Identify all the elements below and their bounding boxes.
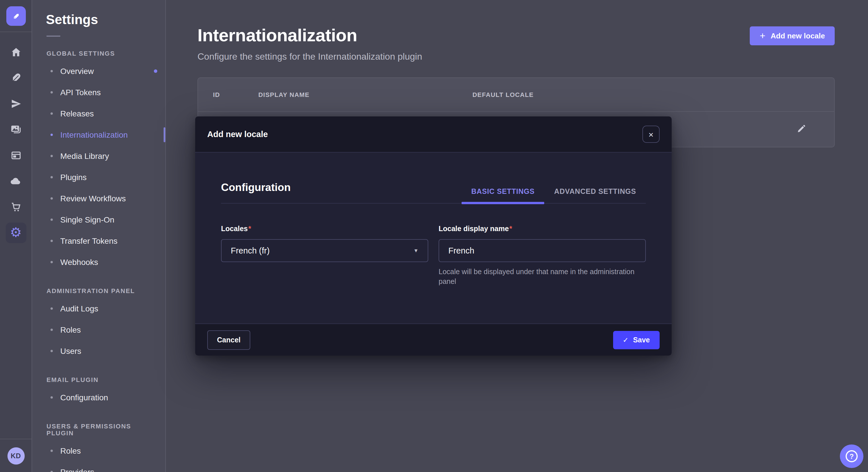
check-icon: ✓ (623, 336, 628, 344)
layout-icon (10, 149, 22, 161)
rail-item-content[interactable] (0, 65, 32, 91)
modal-close-button[interactable]: × (642, 126, 660, 143)
bullet-icon (51, 197, 53, 199)
settings-active-bg: ⚙ (5, 222, 26, 243)
tab-advanced-settings[interactable]: ADVANCED SETTINGS (545, 188, 646, 203)
sidebar-item-audit-logs[interactable]: Audit Logs (32, 298, 165, 319)
active-indicator (163, 127, 165, 142)
rail-item-deploy[interactable] (0, 91, 32, 116)
rail-item-settings[interactable]: ⚙ (0, 220, 32, 245)
sidebar-item-internationalization[interactable]: Internationalization (32, 124, 165, 145)
save-button[interactable]: ✓ Save (613, 331, 660, 349)
home-icon (10, 46, 22, 58)
sidebar-item-webhooks[interactable]: Webhooks (32, 251, 165, 272)
images-icon (10, 123, 22, 135)
bullet-icon (51, 261, 53, 263)
rail-nav: ⚙ (0, 32, 32, 245)
table-header-row: ID DISPLAY NAME DEFAULT LOCALE (198, 78, 834, 111)
add-locale-modal: Add new locale × Configuration BASIC SET… (195, 116, 672, 356)
bullet-icon (51, 396, 53, 398)
rail-item-media[interactable] (0, 116, 32, 142)
bullet-icon (51, 349, 53, 352)
cloud-icon (10, 175, 22, 187)
rail-bottom: KD (0, 439, 32, 472)
bullet-icon (51, 307, 53, 309)
modal-header: Add new locale × (195, 116, 672, 153)
user-avatar[interactable]: KD (7, 447, 24, 465)
sidebar-item-releases[interactable]: Releases (32, 103, 165, 124)
section-administration-panel: ADMINISTRATION PANEL (46, 287, 152, 294)
strapi-logo[interactable] (6, 6, 26, 26)
add-new-locale-button[interactable]: + Add new locale (750, 26, 835, 45)
strapi-logo-icon (11, 11, 21, 21)
required-asterisk: * (248, 225, 251, 233)
locales-field-group: Locales* French (fr) ▼ (221, 225, 428, 287)
sidebar-item-email-configuration[interactable]: Configuration (32, 386, 165, 408)
page-title: Internationalization (197, 25, 422, 46)
bullet-icon (51, 70, 53, 72)
bullet-icon (51, 239, 53, 242)
sidebar-item-single-sign-on[interactable]: Single Sign-On (32, 209, 165, 230)
modal-footer: Cancel ✓ Save (195, 324, 672, 356)
sidebar-item-up-roles[interactable]: Roles (32, 440, 165, 461)
column-header-id: ID (213, 91, 258, 98)
cart-icon (10, 201, 22, 212)
sidebar-item-overview[interactable]: Overview (32, 60, 165, 81)
close-icon: × (648, 130, 654, 138)
icon-rail: ⚙ KD (0, 0, 32, 472)
notification-dot (154, 69, 157, 72)
bullet-icon (51, 328, 53, 331)
tab-basic-settings[interactable]: BASIC SETTINGS (462, 188, 545, 203)
sidebar-title: Settings (46, 12, 165, 28)
bullet-icon (51, 112, 53, 114)
locales-select-value: French (fr) (231, 246, 270, 255)
display-name-input[interactable] (439, 239, 646, 262)
bullet-icon (51, 155, 53, 157)
section-email-plugin: EMAIL PLUGIN (46, 376, 152, 383)
configuration-title: Configuration (221, 181, 291, 203)
rail-item-content-manager[interactable] (0, 142, 32, 168)
section-users-permissions-plugin: USERS & PERMISSIONS PLUGIN (46, 423, 152, 436)
display-name-label: Locale display name (439, 225, 509, 233)
chevron-down-icon: ▼ (413, 248, 418, 254)
sidebar-item-api-tokens[interactable]: API Tokens (32, 81, 165, 103)
feather-icon (10, 72, 22, 83)
sidebar-item-media-library[interactable]: Media Library (32, 145, 165, 166)
modal-body: Configuration BASIC SETTINGS ADVANCED SE… (195, 153, 672, 324)
rail-item-cloud[interactable] (0, 168, 32, 194)
display-name-field-group: Locale display name* Locale will be disp… (439, 225, 646, 287)
bullet-icon (51, 176, 53, 178)
display-name-helper-text: Locale will be displayed under that name… (439, 267, 638, 287)
configuration-header-row: Configuration BASIC SETTINGS ADVANCED SE… (221, 181, 646, 204)
sidebar-item-admin-roles[interactable]: Roles (32, 319, 165, 340)
sidebar-item-providers[interactable]: Providers (32, 461, 165, 472)
settings-sidebar: Settings GLOBAL SETTINGS Overview API To… (32, 0, 166, 472)
rail-bottom-divider (0, 439, 32, 439)
sidebar-item-review-workflows[interactable]: Review Workflows (32, 188, 165, 209)
bullet-icon (51, 133, 53, 136)
sidebar-item-users[interactable]: Users (32, 340, 165, 361)
rail-item-home[interactable] (0, 39, 32, 65)
rail-item-marketplace[interactable] (0, 194, 32, 220)
strapi-admin: ⚙ KD Settings GLOBAL SETTINGS Overview A… (0, 0, 868, 472)
locales-label: Locales (221, 225, 248, 233)
required-asterisk: * (509, 225, 513, 233)
sidebar-title-rule (46, 36, 60, 37)
locales-select[interactable]: French (fr) ▼ (221, 239, 428, 262)
help-button[interactable]: ? (840, 444, 863, 468)
settings-tabs: BASIC SETTINGS ADVANCED SETTINGS (462, 188, 646, 203)
edit-locale-button[interactable] (796, 124, 806, 135)
cancel-button[interactable]: Cancel (207, 330, 250, 349)
locale-form: Locales* French (fr) ▼ Locale display na… (221, 225, 646, 287)
column-header-default-locale: DEFAULT LOCALE (472, 91, 534, 98)
section-global-settings: GLOBAL SETTINGS (46, 50, 152, 57)
sidebar-item-transfer-tokens[interactable]: Transfer Tokens (32, 230, 165, 251)
gear-icon: ⚙ (10, 226, 22, 239)
bullet-icon (51, 218, 53, 221)
modal-title: Add new locale (207, 130, 268, 139)
sidebar-item-plugins[interactable]: Plugins (32, 166, 165, 188)
bullet-icon (51, 91, 53, 93)
pencil-icon (796, 124, 806, 133)
question-mark-icon: ? (846, 450, 858, 462)
plus-icon: + (760, 32, 766, 40)
